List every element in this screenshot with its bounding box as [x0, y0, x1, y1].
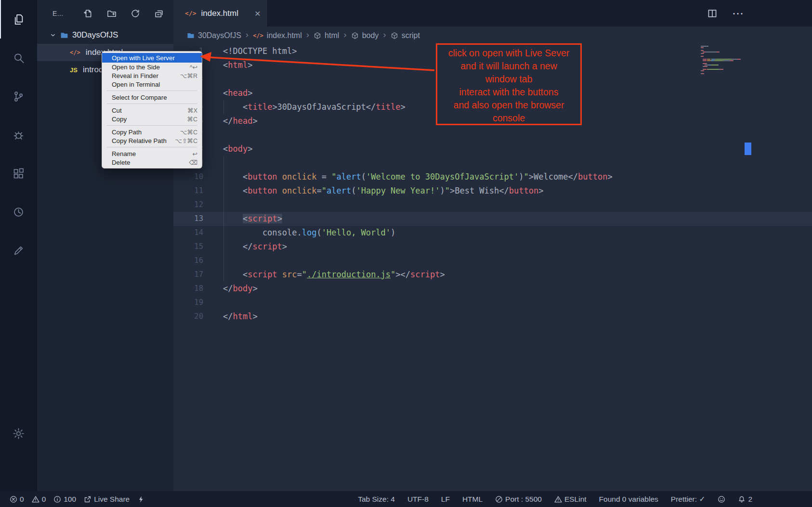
status-0[interactable]: 0 [32, 495, 46, 504]
activity-bar [0, 0, 37, 491]
menu-item-open-with-live-server[interactable]: Open with Live Server [102, 53, 202, 63]
code-line-19[interactable]: 19 [173, 296, 812, 310]
menu-separator [107, 147, 197, 147]
code-line-17[interactable]: 17 <script src="./introduction.js"></scr… [173, 268, 812, 282]
status-lightning[interactable] [137, 495, 145, 503]
code-line-20[interactable]: 20</html> [173, 310, 812, 324]
code-line-18[interactable]: 18</body> [173, 282, 812, 296]
more-actions-icon[interactable]: ⋯ [732, 7, 744, 20]
code-text: <title>30DaysOfJavaScript</title> [203, 100, 406, 114]
status-label: Live Share [94, 495, 130, 504]
annotation-text: click on open with Live Severand it will… [437, 47, 580, 125]
code-line-12[interactable]: 12 [173, 198, 812, 212]
status-smiley[interactable] [718, 495, 725, 503]
status-tab-size-4[interactable]: Tab Size: 4 [358, 495, 395, 504]
breadcrumb-separator: › [343, 29, 347, 41]
close-tab-icon[interactable]: × [255, 8, 261, 18]
scrollbar-marker[interactable] [745, 143, 751, 155]
cube-icon [314, 32, 321, 39]
activity-run-debug[interactable] [0, 116, 37, 154]
status-100[interactable]: 100 [53, 495, 76, 504]
menu-item-copy[interactable]: Copy⌘C [102, 115, 202, 123]
code-line-7[interactable]: 7 [173, 128, 812, 142]
menu-item-label: Copy Relative Path [112, 137, 167, 144]
line-number: 20 [173, 310, 203, 324]
breadcrumb-item-body[interactable]: body [351, 31, 379, 40]
menu-item-shortcut: ⌘X [187, 107, 197, 114]
menu-item-delete[interactable]: Delete⌫ [102, 158, 202, 167]
code-text: console.log('Hello, World') [203, 226, 395, 240]
breadcrumb-item-script[interactable]: script [391, 31, 420, 40]
code-line-11[interactable]: 11 <button onclick="alert('Happy New Yea… [173, 184, 812, 198]
activity-clock[interactable] [0, 193, 37, 231]
status-utf-8[interactable]: UTF-8 [407, 495, 429, 504]
menu-item-shortcut: ↩ [193, 150, 197, 157]
status-label: ESLint [564, 495, 587, 504]
annotation-box: click on open with Live Severand it will… [436, 43, 582, 125]
status-label: 0 [42, 495, 46, 504]
annotation-line: click on open with Live Sever [437, 47, 580, 60]
activity-feedback[interactable] [0, 231, 37, 270]
collapse-all-icon[interactable] [154, 9, 164, 18]
breadcrumb-label: script [402, 31, 420, 40]
menu-item-reveal-in-finder[interactable]: Reveal in Finder⌥⌘R [102, 71, 202, 80]
menu-item-select-for-compare[interactable]: Select for Compare [102, 93, 202, 102]
menu-item-rename[interactable]: Rename↩ [102, 149, 202, 158]
activity-extensions[interactable] [0, 154, 37, 193]
breadcrumb-item-30daysofjs[interactable]: 30DaysOfJS [187, 31, 241, 40]
status-live-share[interactable]: Live Share [84, 495, 130, 504]
menu-separator [107, 125, 197, 126]
status-eslint[interactable]: ESLint [554, 495, 587, 504]
menu-item-copy-relative-path[interactable]: Copy Relative Path⌥⇧⌘C [102, 136, 202, 145]
status-prettier[interactable]: Prettier: ✓ [671, 495, 706, 504]
refresh-icon[interactable] [131, 9, 140, 18]
code-text: </html> [203, 310, 258, 324]
js-file-icon: JS [70, 66, 78, 74]
menu-item-shortcut: ⌥⇧⌘C [175, 137, 197, 144]
pencil-icon [12, 244, 25, 257]
code-line-8[interactable]: 8<body> [173, 142, 812, 156]
activity-explorer[interactable] [0, 0, 37, 39]
status-port-5500[interactable]: Port : 5500 [495, 495, 542, 504]
lightning-icon [137, 495, 145, 503]
new-file-icon[interactable] [83, 9, 93, 18]
menu-item-open-to-the-side[interactable]: Open to the Side^↩ [102, 63, 202, 71]
bell-icon [738, 495, 746, 503]
code-line-16[interactable]: 16 [173, 254, 812, 268]
menu-item-label: Open with Live Server [112, 54, 175, 62]
tree-folder-30daysofjs[interactable]: 30DaysOfJS [37, 26, 173, 44]
code-line-15[interactable]: 15 </script> [173, 240, 812, 254]
breadcrumb-item-index-html[interactable]: </>index.html [253, 31, 302, 40]
status-lf[interactable]: LF [441, 495, 450, 504]
code-line-10[interactable]: 10 <button onclick = "alert('Welcome to … [173, 170, 812, 184]
status-2[interactable]: 2 [738, 495, 752, 504]
minimap[interactable] [701, 46, 745, 75]
code-line-13[interactable]: 13 <script> [173, 212, 812, 226]
code-text [203, 72, 223, 86]
split-editor-icon[interactable] [707, 8, 718, 19]
activity-source-control[interactable] [0, 77, 37, 116]
new-folder-icon[interactable] [107, 9, 117, 18]
chevron-down-icon [50, 32, 56, 39]
status-found-0-variables[interactable]: Found 0 variables [599, 495, 658, 504]
menu-item-shortcut: ⌥⌘C [180, 129, 197, 136]
code-text: <button onclick="alert('Happy New Year!'… [203, 184, 543, 198]
menu-item-cut[interactable]: Cut⌘X [102, 106, 202, 115]
code-line-14[interactable]: 14 console.log('Hello, World') [173, 226, 812, 240]
menu-item-label: Open to the Side [112, 64, 160, 71]
activity-search[interactable] [0, 39, 37, 77]
status-0[interactable]: 0 [10, 495, 24, 504]
line-number: 11 [173, 184, 203, 198]
menu-item-open-in-terminal[interactable]: Open in Terminal [102, 80, 202, 89]
menu-item-copy-path[interactable]: Copy Path⌥⌘C [102, 128, 202, 136]
explorer-header: E... [37, 0, 173, 26]
code-line-9[interactable]: 9 [173, 156, 812, 170]
status-html[interactable]: HTML [462, 495, 483, 504]
activity-settings[interactable] [0, 414, 37, 453]
breadcrumb-item-html[interactable]: html [314, 31, 339, 40]
menu-item-label: Rename [112, 150, 136, 157]
tab-index-html[interactable]: </> index.html × [173, 0, 268, 26]
context-menu: Open with Live ServerOpen to the Side^↩R… [102, 51, 202, 169]
line-number: 12 [173, 198, 203, 212]
search-icon [12, 52, 25, 65]
